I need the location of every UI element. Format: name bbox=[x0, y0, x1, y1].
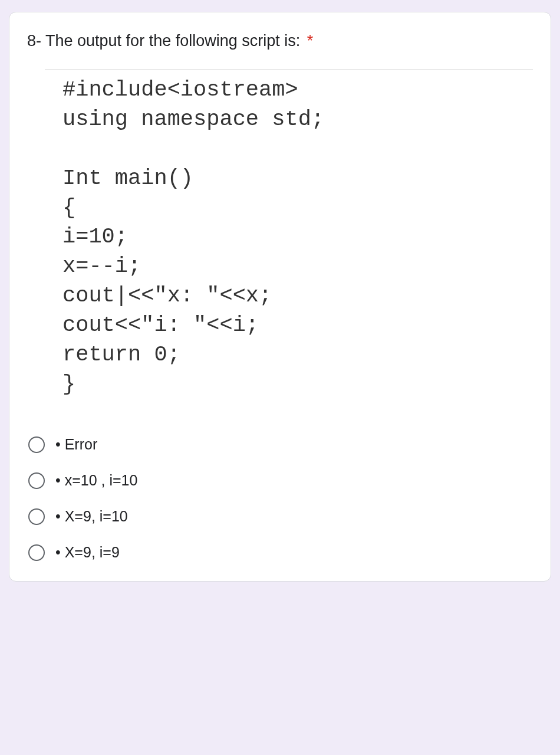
radio-icon bbox=[28, 472, 45, 489]
option-label: • X=9, i=9 bbox=[55, 544, 120, 561]
code-line: using namespace std; bbox=[62, 105, 521, 134]
code-line: Int main() bbox=[62, 164, 521, 193]
code-line: { bbox=[62, 193, 521, 223]
radio-icon bbox=[28, 544, 45, 561]
question-card: 8- The output for the following script i… bbox=[9, 12, 551, 582]
question-text: 8- The output for the following script i… bbox=[27, 32, 300, 50]
option-error[interactable]: • Error bbox=[27, 428, 533, 461]
code-line: cout|<<"x: "<<x; bbox=[62, 281, 521, 311]
option-x9-i10[interactable]: • X=9, i=10 bbox=[27, 500, 533, 533]
code-line: i=10; bbox=[62, 222, 521, 252]
code-line: x=--i; bbox=[62, 252, 521, 281]
code-line: #include<iostream> bbox=[62, 76, 521, 105]
code-block: #include<iostream> using namespace std; … bbox=[45, 69, 533, 410]
radio-icon bbox=[28, 436, 45, 453]
option-x10-i10[interactable]: • x=10 , i=10 bbox=[27, 464, 533, 497]
radio-icon bbox=[28, 508, 45, 525]
question-text-row: 8- The output for the following script i… bbox=[27, 30, 533, 52]
code-blank-line bbox=[62, 134, 521, 164]
option-x9-i9[interactable]: • X=9, i=9 bbox=[27, 536, 533, 569]
option-label: • x=10 , i=10 bbox=[55, 472, 137, 489]
code-line: } bbox=[62, 370, 521, 399]
option-label: • Error bbox=[55, 436, 97, 453]
code-line: cout<<"i: "<<i; bbox=[62, 311, 521, 340]
required-star: * bbox=[307, 32, 314, 50]
code-line: return 0; bbox=[62, 340, 521, 370]
option-label: • X=9, i=10 bbox=[55, 508, 128, 525]
options-group: • Error • x=10 , i=10 • X=9, i=10 • X=9,… bbox=[27, 428, 533, 569]
